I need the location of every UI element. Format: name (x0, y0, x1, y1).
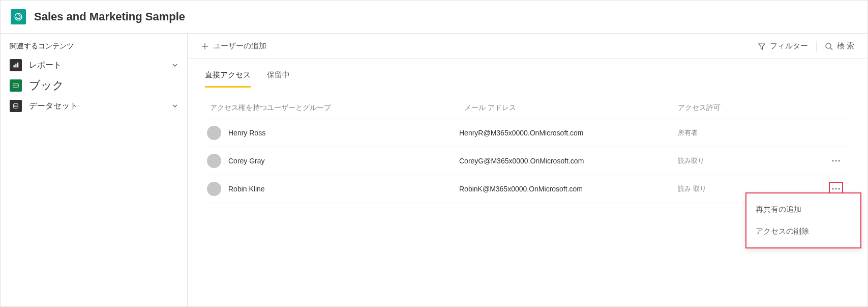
svg-point-0 (15, 13, 22, 20)
col-header-permission: アクセス許可 (673, 103, 822, 113)
svg-point-12 (832, 160, 834, 162)
more-options-button[interactable] (829, 154, 843, 168)
sidebar-item-reports[interactable]: レポート (7, 55, 181, 75)
svg-rect-3 (17, 63, 18, 68)
chevron-down-icon (172, 62, 178, 68)
col-header-email: メール アドレス (459, 103, 673, 113)
search-button[interactable]: 検 索 (821, 38, 858, 54)
user-email: CoreyG@M365x0000.OnMicrosoft.com (459, 157, 673, 165)
svg-rect-1 (14, 65, 15, 68)
svg-point-14 (839, 160, 840, 162)
user-permission: 所有者 (673, 128, 822, 137)
search-label: 検 索 (837, 41, 854, 51)
svg-point-15 (832, 188, 834, 190)
filter-icon (758, 42, 766, 50)
filter-label: フィルター (770, 41, 808, 51)
page-title: Sales and Marketing Sample (34, 10, 185, 23)
col-header-user: アクセス権を持つユーザーとグループ (205, 103, 459, 113)
user-email: RobinK@M365x0000.OnMicrosoft.com (459, 185, 673, 193)
sidebar-item-label: データセット (29, 101, 165, 111)
add-user-button[interactable]: ユーザーの追加 (197, 38, 271, 54)
filter-button[interactable]: フィルター (754, 38, 812, 54)
svg-point-17 (839, 188, 840, 190)
context-menu: 再共有の追加 アクセスの削除 (745, 192, 861, 248)
user-email: HenryR@M365x0000.OnMicrosoft.com (459, 129, 673, 137)
tabs: 直接アクセス 保留中 (188, 59, 867, 88)
user-name: Robin Kline (228, 185, 265, 193)
main-panel: ユーザーの追加 フィルター 検 索 直接 (188, 34, 867, 306)
context-item-add-reshare[interactable]: 再共有の追加 (746, 199, 860, 220)
search-icon (825, 42, 833, 50)
plus-icon (201, 42, 209, 50)
svg-point-16 (835, 188, 837, 190)
workbook-icon (10, 79, 22, 92)
svg-point-13 (835, 160, 837, 162)
sidebar: 関連するコンテンツ レポート ブック データセット (1, 34, 188, 306)
user-name: Henry Ross (228, 129, 265, 137)
access-table: アクセス権を持つユーザーとグループ メール アドレス アクセス許可 Henry … (188, 88, 867, 203)
svg-point-7 (14, 103, 18, 105)
bar-chart-icon (10, 59, 22, 71)
sidebar-item-datasets[interactable]: データセット (7, 96, 181, 116)
divider (816, 41, 817, 52)
toolbar: ユーザーの追加 フィルター 検 索 (188, 34, 867, 59)
add-user-label: ユーザーの追加 (213, 41, 266, 51)
chevron-down-icon (172, 103, 178, 109)
avatar (207, 126, 221, 140)
dataset-icon (10, 100, 22, 112)
svg-rect-2 (15, 64, 16, 68)
context-item-remove-access[interactable]: アクセスの削除 (746, 220, 860, 242)
avatar (207, 154, 221, 168)
tab-pending[interactable]: 保留中 (267, 70, 290, 88)
table-header-row: アクセス権を持つユーザーとグループ メール アドレス アクセス許可 (205, 97, 850, 119)
svg-line-11 (830, 48, 832, 50)
svg-rect-4 (13, 83, 19, 88)
table-row: Corey Gray CoreyG@M365x0000.OnMicrosoft.… (205, 147, 850, 175)
sidebar-item-workbooks[interactable]: ブック (7, 75, 181, 96)
tab-direct-access[interactable]: 直接アクセス (205, 70, 251, 88)
avatar (207, 182, 221, 196)
table-row: Henry Ross HenryR@M365x0000.OnMicrosoft.… (205, 119, 850, 147)
sidebar-item-label: レポート (29, 60, 165, 71)
user-name: Corey Gray (228, 157, 265, 165)
app-header: Sales and Marketing Sample (1, 1, 867, 34)
user-permission: 読み取り (673, 156, 822, 165)
app-logo (11, 9, 26, 24)
sidebar-item-label: ブック (29, 78, 178, 93)
sidebar-heading: 関連するコンテンツ (7, 42, 181, 55)
svg-point-10 (826, 43, 831, 48)
